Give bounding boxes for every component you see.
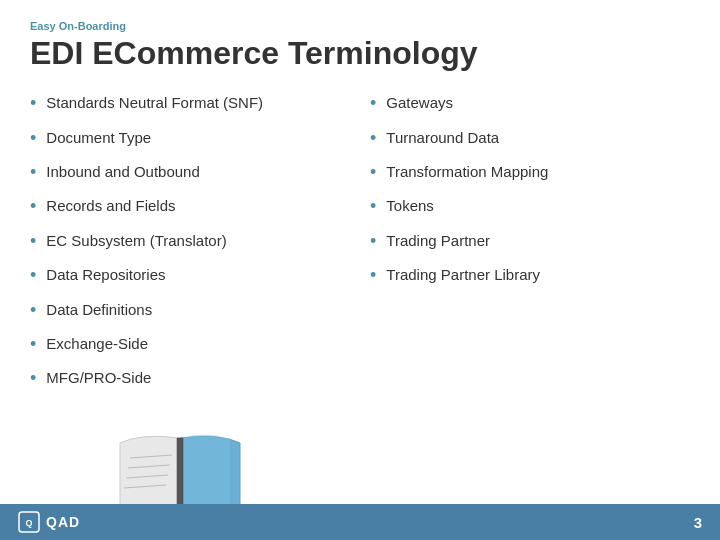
bullet-label: Document Type bbox=[46, 128, 350, 148]
bullet-label: Inbound and Outbound bbox=[46, 162, 350, 182]
bullet-label: Exchange-Side bbox=[46, 334, 350, 354]
list-item: • Records and Fields bbox=[30, 196, 350, 218]
slide-subtitle: Easy On-Boarding bbox=[30, 20, 690, 32]
bullet-label: Data Repositories bbox=[46, 265, 350, 285]
list-item: • Inbound and Outbound bbox=[30, 162, 350, 184]
bullet-icon: • bbox=[370, 264, 376, 287]
bullet-label: Standards Neutral Format (SNF) bbox=[46, 93, 350, 113]
list-item: • Document Type bbox=[30, 128, 350, 150]
bullet-icon: • bbox=[370, 195, 376, 218]
bullet-label: MFG/PRO-Side bbox=[46, 368, 350, 388]
list-item: • Tokens bbox=[370, 196, 690, 218]
list-item: • Trading Partner bbox=[370, 231, 690, 253]
bullet-icon: • bbox=[370, 127, 376, 150]
list-item: • Data Repositories bbox=[30, 265, 350, 287]
bullet-icon: • bbox=[30, 264, 36, 287]
right-column: • Gateways • Turnaround Data • Transform… bbox=[350, 93, 690, 540]
page-number: 3 bbox=[694, 514, 702, 531]
list-item: • Exchange-Side bbox=[30, 334, 350, 356]
bullet-icon: • bbox=[30, 230, 36, 253]
slide-title: EDI ECommerce Terminology bbox=[30, 36, 690, 71]
bullet-label: EC Subsystem (Translator) bbox=[46, 231, 350, 251]
slide: Easy On-Boarding EDI ECommerce Terminolo… bbox=[0, 0, 720, 540]
left-column: • Standards Neutral Format (SNF) • Docum… bbox=[30, 93, 350, 540]
bullet-label: Data Definitions bbox=[46, 300, 350, 320]
qad-logo-icon: Q bbox=[18, 511, 40, 533]
bullet-icon: • bbox=[370, 230, 376, 253]
bullet-icon: • bbox=[30, 161, 36, 184]
bullet-icon: • bbox=[30, 299, 36, 322]
bullet-icon: • bbox=[30, 333, 36, 356]
bullet-label: Trading Partner bbox=[386, 231, 690, 251]
list-item: • Standards Neutral Format (SNF) bbox=[30, 93, 350, 115]
list-item: • EC Subsystem (Translator) bbox=[30, 231, 350, 253]
list-item: • Data Definitions bbox=[30, 300, 350, 322]
list-item: • MFG/PRO-Side bbox=[30, 368, 350, 390]
bullet-label: Records and Fields bbox=[46, 196, 350, 216]
list-item: • Trading Partner Library bbox=[370, 265, 690, 287]
list-item: • Turnaround Data bbox=[370, 128, 690, 150]
logo-area: Q QAD bbox=[18, 511, 80, 533]
bullet-label: Trading Partner Library bbox=[386, 265, 690, 285]
list-item: • Gateways bbox=[370, 93, 690, 115]
logo-text: QAD bbox=[46, 514, 80, 530]
bullet-icon: • bbox=[30, 367, 36, 390]
bullet-icon: • bbox=[30, 92, 36, 115]
list-item: • Transformation Mapping bbox=[370, 162, 690, 184]
bullet-icon: • bbox=[30, 127, 36, 150]
bullet-label: Tokens bbox=[386, 196, 690, 216]
bullet-label: Transformation Mapping bbox=[386, 162, 690, 182]
content-area: • Standards Neutral Format (SNF) • Docum… bbox=[30, 93, 690, 540]
bullet-icon: • bbox=[370, 92, 376, 115]
bullet-icon: • bbox=[370, 161, 376, 184]
bullet-label: Turnaround Data bbox=[386, 128, 690, 148]
bottom-bar: Q QAD 3 bbox=[0, 504, 720, 540]
svg-text:Q: Q bbox=[25, 518, 32, 528]
bullet-icon: • bbox=[30, 195, 36, 218]
bullet-label: Gateways bbox=[386, 93, 690, 113]
